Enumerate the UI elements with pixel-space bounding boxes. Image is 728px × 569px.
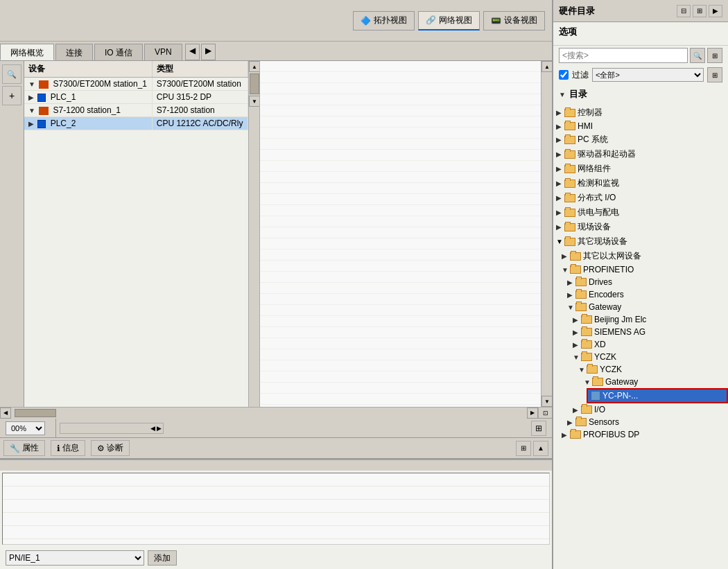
device-view-btn[interactable]: 📟 设备视图 <box>483 11 545 30</box>
top-toolbar: 🔷 拓扑视图 🔗 网络视图 📟 设备视图 <box>0 0 552 42</box>
tab-io-communication[interactable]: IO 通信 <box>94 44 143 60</box>
pin-icon-btn[interactable]: ▶ <box>709 5 722 17</box>
device-list-panel: 设备 类型 ▼ S7300/ET200M <box>24 61 260 407</box>
tree-item-power[interactable]: ▶ 供电与配电 <box>553 205 728 220</box>
tree-item-hmi[interactable]: ▶ HMI <box>553 120 728 132</box>
table-row[interactable]: ▶ PLC_2 CPU 1212C AC/DC/Rly <box>24 117 248 130</box>
hscroll-thumb[interactable] <box>15 409 56 417</box>
arrow-icon: ▼ <box>567 304 575 311</box>
tab-vpn[interactable]: VPN <box>144 44 182 60</box>
diagnostics-icon: ⚙ <box>97 444 105 453</box>
file-icon <box>591 391 600 401</box>
tab-nav-right[interactable]: ▶ <box>201 44 216 60</box>
pn-ie-select[interactable]: PN/IE_1 <box>6 550 144 566</box>
filter-select[interactable]: <全部> <box>592 68 704 82</box>
scroll-thumb[interactable] <box>250 73 259 94</box>
folder-icon <box>575 418 587 426</box>
expand-arrow[interactable]: ▼ <box>28 107 35 114</box>
filter-checkbox[interactable] <box>559 70 569 80</box>
right-panel: 硬件目录 ⊟ ⊞ ▶ 选项 🔍 ⊞ 过滤 <全部> ⊞ <box>553 0 728 569</box>
tree-item-controllers[interactable]: ▶ 控制器 <box>553 105 728 120</box>
network-content: 🔍 + 设备 类型 <box>0 61 552 407</box>
tree-item-siemens[interactable]: ▶ SIEMENS AG <box>570 326 728 338</box>
diagnostics-tab[interactable]: ⚙ 诊断 <box>91 440 130 456</box>
panel-btn1[interactable]: ⊞ <box>516 441 531 456</box>
topology-view-btn[interactable]: 🔷 拓扑视图 <box>353 11 415 30</box>
canvas-background <box>260 61 541 407</box>
table-row[interactable]: ▼ S7300/ET200M station_1 S7300/ET200M st… <box>24 78 248 91</box>
plc-icon <box>37 120 46 128</box>
hscroll-right[interactable]: ▶ <box>527 408 538 419</box>
tree-item-drives[interactable]: ▶ 驱动器和起动器 <box>553 147 728 161</box>
hscroll-left[interactable]: ◀ <box>0 408 11 419</box>
tree-item-other-eth[interactable]: ▶ 其它以太网设备 <box>559 249 728 263</box>
properties-tab[interactable]: 🔧 属性 <box>3 440 45 456</box>
tree-item-xd[interactable]: ▶ XD <box>570 338 728 351</box>
device-icon <box>39 107 49 115</box>
canvas-scroll-down[interactable]: ▼ <box>541 396 553 407</box>
pn-ie-action-btn[interactable]: 添加 <box>148 550 177 566</box>
tree-item-yczk-2[interactable]: ▼ YCZK <box>575 363 728 376</box>
arrow-icon: ▶ <box>573 406 581 414</box>
table-row[interactable]: ▼ S7-1200 station_1 S7-1200 station <box>24 104 248 117</box>
filter-view-btn[interactable]: ⊞ <box>707 67 722 82</box>
fit-btn[interactable]: ⊞ <box>531 421 546 436</box>
zoom-select[interactable]: 00% 50% 100% <box>6 421 45 435</box>
tree-item-profinet[interactable]: ▼ PROFINЕТIO <box>559 263 728 276</box>
tree-item-drives-sub[interactable]: ▶ Drives <box>564 276 728 288</box>
table-row[interactable]: ▶ PLC_1 CPU 315-2 DP <box>24 91 248 104</box>
zoom-plus[interactable]: ▶ <box>157 425 162 432</box>
tree-item-profibus[interactable]: ▶ PROFIBUS DP <box>559 428 728 441</box>
hscroll-track <box>11 408 527 419</box>
panel-btn2[interactable]: ▲ <box>533 441 548 456</box>
tree-item-field-devices[interactable]: ▶ 现场设备 <box>553 220 728 234</box>
folder-icon <box>570 430 581 439</box>
tree-item-network[interactable]: ▶ 网络组件 <box>553 161 728 176</box>
tree-item-io[interactable]: ▶ I/O <box>570 403 728 416</box>
info-tab[interactable]: ℹ 信息 <box>51 440 85 456</box>
window-icon-btn[interactable]: ⊟ <box>677 5 691 17</box>
resize-corner[interactable]: ⊡ <box>538 408 552 419</box>
arrow-icon: ▶ <box>556 223 564 231</box>
expand-arrow[interactable]: ▼ <box>28 80 35 88</box>
tab-connections[interactable]: 连接 <box>55 44 93 60</box>
header-icons: ⊟ ⊞ ▶ <box>677 5 722 17</box>
tab-nav-left[interactable]: ◀ <box>185 44 200 60</box>
tree-item-other-field[interactable]: ▼ 其它现场设备 <box>553 234 728 249</box>
expand-arrow[interactable]: ▶ <box>28 120 34 128</box>
filter-row: 过滤 <全部> ⊞ <box>553 65 728 85</box>
search-btn1[interactable]: 🔍 <box>690 48 705 63</box>
dock-icon-btn[interactable]: ⊞ <box>693 5 707 17</box>
scroll-down-btn[interactable]: ▼ <box>249 96 260 107</box>
arrow-icon: ▶ <box>567 419 575 426</box>
arrow-icon: ▶ <box>556 109 564 116</box>
arrow-icon: ▼ <box>573 353 581 361</box>
tree-item-yc-pn[interactable]: YC-PN-... <box>587 388 728 403</box>
zoom-minus[interactable]: ◀ <box>150 425 155 432</box>
expand-arrow[interactable]: ▶ <box>28 94 34 101</box>
search-btn2[interactable]: ⊞ <box>707 48 722 63</box>
tree-item-beijing[interactable]: ▶ Beijing Jm Elc <box>570 313 728 326</box>
catalog-collapse-arrow[interactable]: ▼ <box>559 91 566 98</box>
network-view-btn[interactable]: 🔗 网络视图 <box>418 11 480 30</box>
tree-item-gateway-sub[interactable]: ▼ Gateway <box>581 376 728 388</box>
icon-magnify[interactable]: 🔍 <box>2 64 21 84</box>
canvas-scroll-up[interactable]: ▲ <box>541 61 553 72</box>
arrow-icon: ▶ <box>562 252 570 260</box>
tree-item-sensors[interactable]: ▶ Sensors <box>564 416 728 428</box>
tree-item-detection[interactable]: ▶ 检测和监视 <box>553 176 728 191</box>
search-input[interactable] <box>559 48 688 63</box>
vertical-scrollbar[interactable]: ▲ ▼ <box>248 61 259 407</box>
tree-item-encoders[interactable]: ▶ Encoders <box>564 288 728 301</box>
icon-plus[interactable]: + <box>2 86 21 105</box>
scroll-up-btn[interactable]: ▲ <box>249 61 260 72</box>
tree-item-distributed-io[interactable]: ▶ 分布式 I/O <box>553 191 728 205</box>
tree-item-yczk-1[interactable]: ▼ YCZK <box>570 351 728 363</box>
progress-bar[interactable]: ◀ ▶ <box>60 423 164 434</box>
tree-item-pc[interactable]: ▶ PC 系统 <box>553 132 728 147</box>
arrow-icon: ▶ <box>556 165 564 173</box>
catalog-tree: ▼ 目录 ▶ 控制器 ▶ HMI ▶ <box>553 85 728 569</box>
tab-overview[interactable]: 网络概览 <box>0 44 54 60</box>
folder-icon <box>581 353 592 361</box>
tree-item-gateway-main[interactable]: ▼ Gateway <box>564 301 728 313</box>
